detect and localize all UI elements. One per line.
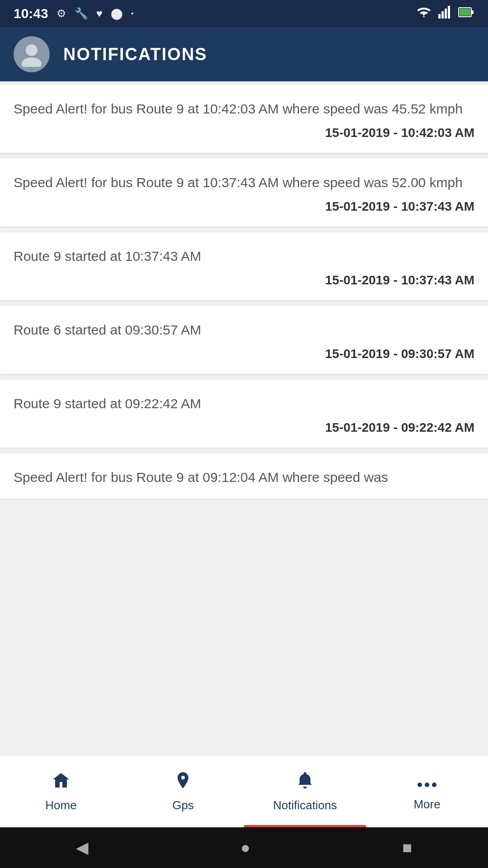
- home-icon: [51, 770, 71, 795]
- nav-item-gps[interactable]: Gps: [122, 755, 244, 827]
- svg-point-11: [432, 783, 436, 787]
- bottom-nav: Home Gps Notifications More: [0, 755, 488, 827]
- gear-icon: ⚙: [56, 7, 66, 20]
- notification-item-partial[interactable]: Speed Alert! for bus Route 9 at 09:12:04…: [0, 453, 488, 499]
- svg-point-7: [26, 44, 38, 56]
- nav-label-notifications: Notifications: [273, 798, 337, 812]
- svg-rect-5: [471, 10, 474, 14]
- notification-message: Route 6 started at 09:30:57 AM: [14, 321, 474, 340]
- svg-point-10: [425, 783, 429, 787]
- notification-timestamp: 15-01-2019 - 10:37:43 AM: [14, 199, 474, 214]
- status-bar-right: [416, 6, 474, 22]
- android-home-button[interactable]: ●: [240, 838, 250, 857]
- notification-item[interactable]: Route 6 started at 09:30:57 AM 15-01-201…: [0, 306, 488, 374]
- dot-icon: •: [131, 9, 134, 18]
- notification-item[interactable]: Speed Alert! for bus Route 9 at 10:37:43…: [0, 159, 488, 227]
- android-recent-button[interactable]: ■: [402, 838, 412, 857]
- svg-rect-0: [438, 14, 441, 19]
- svg-point-8: [22, 57, 42, 67]
- nav-label-gps: Gps: [172, 798, 194, 812]
- svg-rect-1: [441, 11, 444, 19]
- android-nav-bar: ◀ ● ■: [0, 827, 488, 868]
- bell-icon: [295, 770, 315, 795]
- dots-icon: [417, 771, 437, 794]
- avatar: [14, 36, 50, 72]
- notification-message: Speed Alert! for bus Route 9 at 10:42:03…: [14, 99, 474, 118]
- svg-rect-2: [445, 9, 447, 19]
- heart-icon: ♥: [96, 7, 103, 20]
- nav-item-more[interactable]: More: [366, 755, 488, 827]
- svg-point-9: [418, 783, 422, 787]
- notification-timestamp: 15-01-2019 - 09:30:57 AM: [14, 347, 474, 361]
- wifi-icon: [416, 6, 432, 22]
- nav-label-home: Home: [45, 798, 76, 812]
- notification-timestamp: 15-01-2019 - 10:42:03 AM: [14, 126, 474, 140]
- notification-timestamp: 15-01-2019 - 09:22:42 AM: [14, 420, 474, 435]
- location-icon: [173, 770, 193, 795]
- page-title: NOTIFICATIONS: [63, 45, 207, 64]
- status-bar: 10:43 ⚙ 🔧 ♥ ⬤ •: [0, 0, 488, 27]
- status-time: 10:43: [14, 6, 48, 21]
- nav-item-notifications[interactable]: Notifications: [244, 755, 366, 827]
- app-header: NOTIFICATIONS: [0, 27, 488, 81]
- nav-item-home[interactable]: Home: [0, 755, 122, 827]
- circle-icon: ⬤: [111, 7, 123, 20]
- notification-message: Speed Alert! for bus Route 9 at 09:12:04…: [14, 470, 388, 485]
- notification-item[interactable]: Route 9 started at 09:22:42 AM 15-01-201…: [0, 380, 488, 448]
- svg-rect-6: [460, 9, 470, 16]
- notification-message: Route 9 started at 09:22:42 AM: [14, 394, 474, 413]
- svg-rect-3: [448, 6, 450, 19]
- notification-timestamp: 15-01-2019 - 10:37:43 AM: [14, 273, 474, 288]
- nav-label-more: More: [413, 797, 440, 811]
- battery-icon: [458, 6, 474, 22]
- notification-message: Speed Alert! for bus Route 9 at 10:37:43…: [14, 173, 474, 192]
- notification-item[interactable]: Speed Alert! for bus Route 9 at 10:42:03…: [0, 85, 488, 153]
- status-bar-left: 10:43 ⚙ 🔧 ♥ ⬤ •: [14, 6, 134, 21]
- wrench-icon: 🔧: [75, 7, 88, 20]
- signal-icon: [438, 6, 452, 22]
- android-back-button[interactable]: ◀: [76, 838, 89, 857]
- notification-message: Route 9 started at 10:37:43 AM: [14, 247, 474, 266]
- notification-item[interactable]: Route 9 started at 10:37:43 AM 15-01-201…: [0, 232, 488, 301]
- notifications-list: Speed Alert! for bus Route 9 at 10:42:03…: [0, 81, 488, 755]
